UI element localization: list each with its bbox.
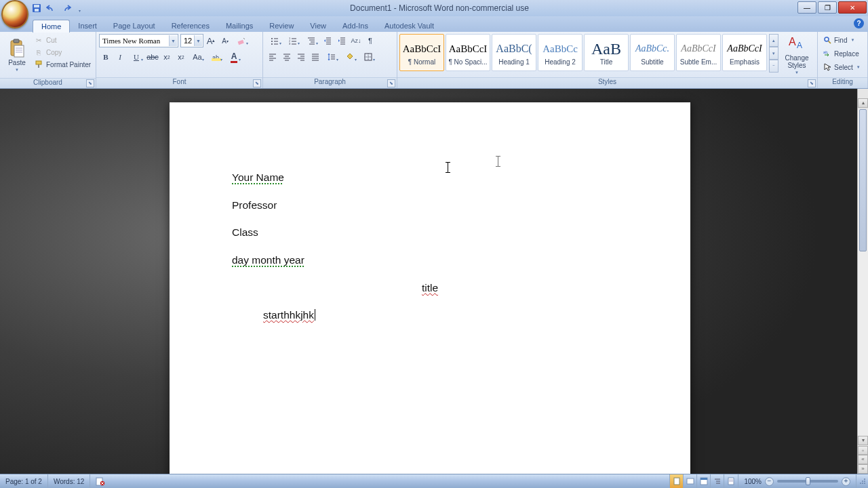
font-name-combo[interactable]: Times New Roman ▼ [99,34,178,47]
select-button[interactable]: Select▼ [821,60,863,74]
increase-indent-button[interactable] [335,34,349,47]
show-hide-button[interactable]: ¶ [363,34,377,47]
align-center-button[interactable] [280,50,294,64]
numbering-button[interactable]: 123 [284,34,302,47]
tab-review[interactable]: Review [261,20,302,32]
group-styles: AaBbCcI¶ NormalAaBbCcI¶ No Spaci...AaBbC… [397,32,818,88]
strikethrough-button[interactable]: abc [146,50,159,64]
tab-home[interactable]: Home [33,20,70,33]
tab-view[interactable]: View [302,20,334,32]
grow-font-button[interactable]: A▴ [204,34,218,47]
save-icon[interactable] [30,1,43,15]
style-heading-1[interactable]: AaBbC(Heading 1 [492,34,536,71]
scroll-up-button[interactable]: ▴ [858,98,868,108]
scroll-down-button[interactable]: ▾ [858,436,868,445]
draft-view[interactable] [724,474,738,489]
highlight-button[interactable]: ab [207,50,224,64]
resize-grip[interactable] [856,474,868,488]
tab-autodesk-vault[interactable]: Autodesk Vault [376,20,442,32]
styles-expand[interactable]: ⁼ [769,60,778,73]
decrease-indent-button[interactable] [321,34,334,47]
tab-mailings[interactable]: Mailings [218,20,261,32]
style-title[interactable]: AaBTitle [584,34,629,71]
document-page[interactable]: Your Name Professor Class day month year… [170,102,690,481]
change-styles-icon: AA [787,34,807,53]
zoom-out-button[interactable]: − [765,477,774,486]
justify-button[interactable] [309,50,322,64]
font-color-button[interactable]: A [225,50,243,64]
close-button[interactable]: ✕ [838,1,867,14]
subscript-button[interactable]: x2 [160,50,174,64]
scrollbar-thumb[interactable] [859,109,867,251]
zoom-slider[interactable] [777,480,838,483]
document-area[interactable]: ▦ Your Name Professor Class day month ye… [0,89,868,474]
browse-object-icon[interactable]: ◦ [858,446,868,455]
web-layout-view[interactable] [697,474,711,489]
full-screen-view[interactable] [684,474,697,489]
tab-references[interactable]: References [163,20,218,32]
svg-rect-4 [14,39,19,43]
style-heading-2[interactable]: AaBbCcHeading 2 [538,34,583,71]
multilevel-list-button[interactable] [302,34,320,47]
style--normal[interactable]: AaBbCcI¶ Normal [399,34,444,71]
font-size-combo[interactable]: 12 ▼ [180,34,203,47]
style-subtitle[interactable]: AaBbCc.Subtitle [630,34,675,71]
prev-page-button[interactable]: « [858,455,868,464]
redo-icon[interactable] [60,1,73,15]
tab-insert[interactable]: Insert [70,20,105,32]
group-editing: Find▼ ab Replace Select▼ Editing [818,32,868,88]
cut-button[interactable]: ✂ Cut [34,35,91,45]
replace-icon: ab [823,49,832,58]
underline-button[interactable]: U [127,50,145,64]
office-button[interactable] [1,0,28,28]
font-dialog-launcher[interactable]: ⬊ [253,79,261,87]
zoom-slider-thumb[interactable] [806,477,810,485]
zoom-level[interactable]: 100% [744,478,762,485]
tab-page-layout[interactable]: Page Layout [105,20,163,32]
clipboard-dialog-launcher[interactable]: ⬊ [86,79,94,87]
outline-view[interactable] [711,474,724,489]
status-proofing[interactable] [90,474,111,488]
status-words[interactable]: Words: 12 [48,474,90,488]
doc-line-professor: Professor [232,198,628,213]
status-page[interactable]: Page: 1 of 2 [0,474,48,488]
tab-add-ins[interactable]: Add-Ins [334,20,376,32]
italic-button[interactable]: I [113,50,127,64]
paste-button[interactable]: Paste ▼ [3,34,31,76]
shrink-font-button[interactable]: A▾ [218,34,232,47]
bold-button[interactable]: B [99,50,113,64]
next-page-button[interactable]: » [858,464,868,474]
change-case-button[interactable]: Aa [189,50,206,64]
change-styles-button[interactable]: AA Change Styles ▼ [780,33,814,75]
vertical-scrollbar[interactable]: ▴ ▾ ◦ « » [857,89,868,474]
format-painter-button[interactable]: Format Painter [34,60,91,69]
line-spacing-button[interactable] [323,50,340,64]
sort-button[interactable]: AZ↓ [349,34,363,47]
print-layout-view[interactable] [670,474,684,489]
paragraph-dialog-launcher[interactable]: ⬊ [387,79,395,87]
zoom-in-button[interactable]: + [842,477,850,486]
shading-button[interactable] [341,50,359,64]
maximize-button[interactable]: ❐ [818,1,837,14]
svg-rect-9 [36,61,41,64]
view-buttons [669,474,738,489]
qat-customize[interactable] [75,1,83,15]
styles-dialog-launcher[interactable]: ⬊ [808,79,816,87]
style-emphasis[interactable]: AaBbCcIEmphasis [722,34,767,71]
superscript-button[interactable]: x2 [174,50,188,64]
style--no-spaci-[interactable]: AaBbCcI¶ No Spaci... [446,34,490,71]
help-icon[interactable]: ? [854,18,864,28]
find-button[interactable]: Find▼ [821,33,856,47]
align-left-button[interactable] [266,50,279,64]
styles-row-down[interactable]: ▾ [769,47,778,60]
minimize-button[interactable]: — [797,1,816,14]
bullets-button[interactable] [266,34,283,47]
align-right-button[interactable] [294,50,308,64]
clear-formatting-button[interactable] [233,34,250,47]
replace-button[interactable]: ab Replace [821,47,861,60]
styles-row-up[interactable]: ▴ [769,34,778,47]
copy-button[interactable]: ⎘ Copy [34,47,91,57]
style-subtle-em-[interactable]: AaBbCcISubtle Em... [676,34,721,71]
undo-icon[interactable] [45,1,58,15]
borders-button[interactable] [359,50,377,64]
